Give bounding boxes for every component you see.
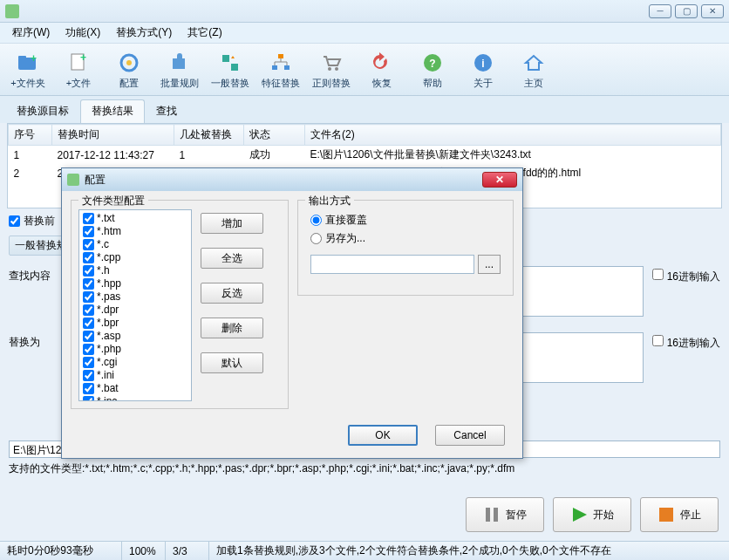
type-item[interactable]: *.pas: [81, 290, 189, 304]
dialog-close-button[interactable]: ✕: [482, 172, 517, 188]
type-item[interactable]: *.cpp: [81, 251, 189, 264]
type-item[interactable]: *.ini: [81, 369, 189, 382]
type-item[interactable]: *.txt: [81, 212, 189, 225]
add-button[interactable]: 增加: [201, 213, 263, 234]
dialog-titlebar[interactable]: 配置 ✕: [62, 168, 522, 191]
type-item[interactable]: *.bat: [81, 382, 189, 395]
type-item[interactable]: *.inc: [81, 395, 189, 401]
type-item[interactable]: *.asp: [81, 330, 189, 343]
fieldset-output: 输出方式 直接覆盖 另存为... ...: [297, 200, 514, 296]
type-item[interactable]: *.cgi: [81, 356, 189, 369]
default-button[interactable]: 默认: [201, 352, 263, 373]
type-item[interactable]: *.bpr: [81, 317, 189, 330]
type-item[interactable]: *.htm: [81, 225, 189, 238]
cancel-button[interactable]: Cancel: [435, 425, 505, 446]
config-dialog: 配置 ✕ 文件类型配置 *.txt*.htm*.c*.cpp*.h*.hpp*.…: [61, 167, 523, 459]
delete-button[interactable]: 删除: [201, 318, 263, 338]
type-item[interactable]: *.c: [81, 238, 189, 251]
type-item[interactable]: *.php: [81, 343, 189, 356]
ok-button[interactable]: OK: [348, 425, 418, 446]
radio-saveas[interactable]: 另存为...: [310, 231, 501, 246]
select-all-button[interactable]: 全选: [201, 248, 263, 269]
type-item[interactable]: *.dpr: [81, 304, 189, 317]
type-item[interactable]: *.h: [81, 264, 189, 277]
invert-button[interactable]: 反选: [201, 283, 263, 304]
file-type-list[interactable]: *.txt*.htm*.c*.cpp*.h*.hpp*.pas*.dpr*.bp…: [78, 209, 192, 401]
fieldset-file-types: 文件类型配置 *.txt*.htm*.c*.cpp*.h*.hpp*.pas*.…: [71, 200, 289, 409]
legend-file-types: 文件类型配置: [78, 194, 148, 208]
dialog-app-icon: [67, 174, 79, 186]
dialog-backdrop: 配置 ✕ 文件类型配置 *.txt*.htm*.c*.cpp*.h*.hpp*.…: [0, 0, 729, 560]
type-item[interactable]: *.hpp: [81, 277, 189, 290]
saveas-input[interactable]: [310, 255, 474, 274]
radio-overwrite[interactable]: 直接覆盖: [310, 213, 501, 228]
legend-output: 输出方式: [305, 194, 354, 208]
dialog-title: 配置: [85, 173, 106, 188]
browse-button[interactable]: ...: [478, 255, 501, 274]
